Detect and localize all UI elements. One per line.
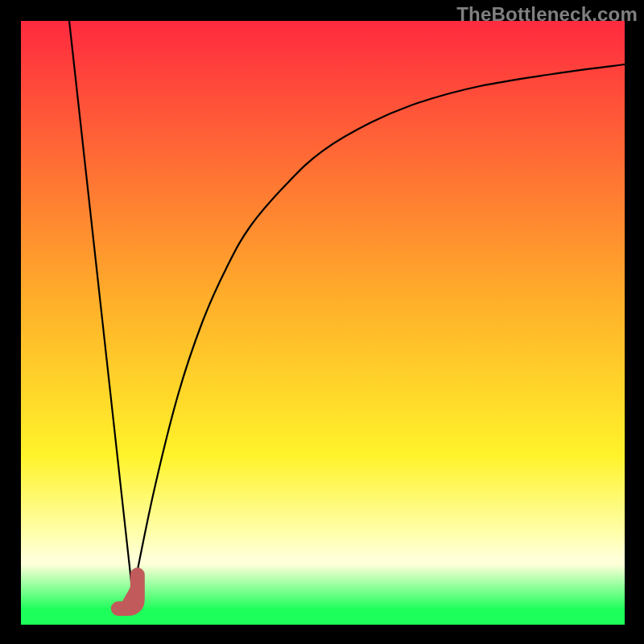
series-right-curve bbox=[133, 64, 625, 595]
curves-layer bbox=[21, 21, 625, 625]
series-left-descent bbox=[69, 21, 133, 595]
plot-area bbox=[21, 21, 625, 625]
vertex-blob bbox=[118, 575, 138, 609]
chart-stage: TheBottleneck.com bbox=[0, 0, 644, 644]
